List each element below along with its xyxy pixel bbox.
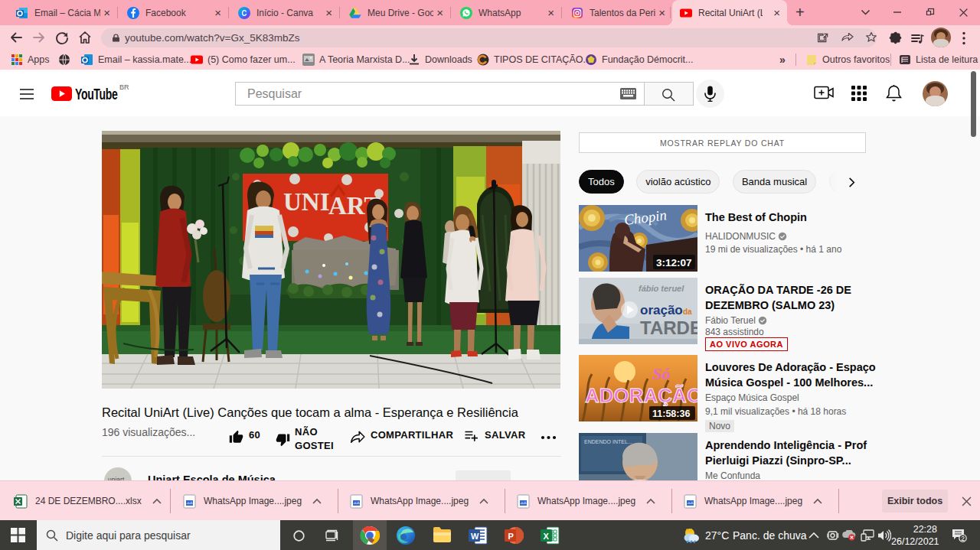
- svg-text:ENDENDO INTEL...: ENDENDO INTEL...: [584, 439, 632, 444]
- svg-text:ADORAÇÃO: ADORAÇÃO: [585, 384, 697, 407]
- svg-text:da: da: [683, 308, 692, 316]
- svg-text:2: 2: [961, 535, 965, 542]
- svg-text:W: W: [471, 532, 479, 541]
- svg-text:X: X: [544, 532, 550, 541]
- svg-text:P: P: [508, 532, 514, 541]
- svg-text:3:12:07: 3:12:07: [656, 257, 692, 268]
- svg-text:Só: Só: [652, 364, 670, 383]
- svg-text:UNI: UNI: [283, 188, 330, 216]
- svg-text:11:58:36: 11:58:36: [652, 408, 690, 419]
- svg-text:fábio teruel: fábio teruel: [639, 284, 684, 293]
- svg-text:TARDE: TARDE: [640, 317, 697, 338]
- svg-text:oração: oração: [640, 303, 683, 317]
